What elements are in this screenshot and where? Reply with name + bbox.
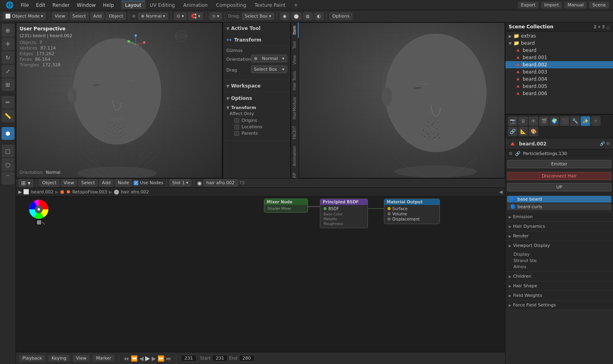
view-btn[interactable]: View [52,12,68,20]
field-weights-header[interactable]: ▶ Field Weights [505,291,613,300]
tab-animation[interactable]: Animation [179,1,212,9]
marker-btn[interactable]: Marker [93,355,114,362]
workspace-header[interactable]: ▼ Workspace [223,82,290,90]
prop-icon-particles[interactable]: ✨ [581,116,590,126]
active-tool-header[interactable]: ▼ Active Tool [223,24,290,33]
play-icon[interactable]: ▶ [145,354,150,362]
object-btn[interactable]: Object [106,12,126,20]
tab-add[interactable]: + [290,1,302,9]
prop-icon-output[interactable]: 🖥 [518,116,528,126]
drag-dropdown[interactable]: Select Box ▾ [251,66,287,73]
tool-cursor[interactable]: ⊕ [2,24,14,37]
add-btn[interactable]: Add [90,12,104,20]
vtab-faceit[interactable]: FACEIT [291,123,299,143]
tree-extras[interactable]: ▶ 📁 extras [505,32,613,40]
tool-transform[interactable]: ⊞ [2,78,14,91]
left-viewport[interactable]: Z X Y [16,22,223,178]
emitter-btn[interactable]: Emitter [507,160,611,168]
transform-sub-header[interactable]: ▼ Transform [226,104,287,111]
breadcrumb-toggle[interactable]: ▶ [18,189,22,195]
drag-btn[interactable]: Select Box ▾ [242,13,274,20]
app-icon[interactable]: 🌐 [2,0,17,10]
viewport-display-header[interactable]: ▶ Viewport Display [505,241,613,250]
solid-btn[interactable]: ⬤ [291,12,302,20]
menu-window[interactable]: Window [74,2,99,9]
tool-scale[interactable]: ⤢ [2,65,14,78]
node-principled[interactable]: Material Output Surface Volume Displacem… [384,199,440,224]
prev-frame-icon[interactable]: ⏪ [131,355,138,362]
prop-icon-constraints[interactable]: 🔗 [508,127,517,136]
tree-beard-4[interactable]: 🔺 beard.004 [505,76,613,83]
tree-beard[interactable]: ▼ 📁 beard [505,40,613,47]
use-nodes-toggle[interactable]: ✓ Use Nodes [134,180,164,185]
bc-retopoflow[interactable]: RetopoFlow.003 [72,189,107,195]
menu-edit[interactable]: Edit [33,2,48,9]
prop-icon-world[interactable]: 🌍 [549,116,559,126]
jump-start-icon[interactable]: ⏮ [124,355,129,362]
right-viewport[interactable] [299,22,505,178]
tab-compositing[interactable]: Compositing [212,1,250,9]
prop-icon-data[interactable]: 📐 [518,127,528,136]
tool-lasso[interactable]: ⌒ [2,172,14,185]
bc-end-toggle[interactable]: ◀ [499,189,503,195]
locations-checkbox-row[interactable]: Locations [230,124,287,129]
parents-checkbox[interactable] [234,131,239,136]
manual-btn[interactable]: Manual [564,2,587,8]
bottom-select-btn[interactable]: Select [78,179,98,187]
menu-render[interactable]: Render [49,2,73,9]
prop-icon-scene[interactable]: 🎬 [539,116,549,126]
vtab-animation[interactable]: Animation [291,143,299,169]
node-canvas[interactable]: Material Output Surface Volume Displacem… [16,197,505,352]
slot-selector[interactable]: Slot 1 ▾ [170,179,191,186]
playback-btn[interactable]: Playback [19,355,45,362]
tree-beard-1[interactable]: 🔺 beard.001 [505,54,613,61]
tool-annotate[interactable]: ✏ [2,96,14,109]
bottom-node-btn[interactable]: Node [115,179,132,187]
prop-icon-physics[interactable]: ⚡ [591,116,601,126]
tool-box[interactable]: □ [2,145,14,157]
orientation-dropdown[interactable]: ⊕ Normal ▾ [251,55,287,62]
use-nodes-checkbox[interactable]: ✓ [134,181,138,185]
end-frame-field[interactable]: 280 [239,355,255,362]
tab-uv-editing[interactable]: UV Editing [146,1,179,9]
children-header[interactable]: ▶ Children [505,272,613,281]
disconnect-hair-btn[interactable]: Disconnect Hair [507,172,611,180]
mode-selector[interactable]: ⬜ Object Mode ▾ [2,12,46,20]
tree-beard-5[interactable]: 🔺 beard.005 [505,83,613,90]
locations-checkbox[interactable] [234,125,239,129]
hair-dynamics-header[interactable]: ▶ Hair Dynamics [505,222,613,231]
matprev-btn[interactable]: ◍ [303,12,313,20]
import-btn[interactable]: Import [541,2,562,8]
prop-icon-material[interactable]: 🎨 [529,127,538,136]
snap-btn[interactable]: 🧲 ▾ [188,12,203,20]
force-field-header[interactable]: ▶ Force Field Settings [505,300,613,310]
menu-help[interactable]: Help [100,2,117,9]
hair-shape-header[interactable]: ▶ Hair Shape [505,281,613,290]
material-name-btn[interactable]: hair afro.002 [204,179,238,186]
tool-measure[interactable]: 📏 [2,109,14,122]
bc-beard[interactable]: beard.002 [31,189,53,195]
tool-circle[interactable]: ○ [2,158,14,171]
bottom-add-btn[interactable]: Add [99,179,113,187]
tool-move[interactable]: ✛ [2,38,14,50]
material-slot-base[interactable]: 🔵 base beard [507,196,611,203]
menu-file[interactable]: File [18,2,32,9]
timeline-view-btn[interactable]: View [73,355,90,362]
prev-keyframe-icon[interactable]: ◀ [139,355,144,362]
render-header[interactable]: ▶ Render [505,231,613,241]
next-keyframe-icon[interactable]: ▶ [152,355,156,362]
node-bsdf[interactable]: Principled BSDF BSDF Base Color Metallic… [320,199,368,228]
keying-btn[interactable]: Keying [48,355,70,362]
current-frame-field[interactable]: 231 [181,355,197,362]
pivot-btn[interactable]: ⊙ ▾ [174,12,187,20]
vtab-hair-tools[interactable]: Hair Tools [291,68,299,93]
vtab-hairmodule[interactable]: HairModule [291,93,299,123]
scene-btn[interactable]: Scene [589,2,609,8]
start-frame-field[interactable]: 231 [212,355,228,362]
orientation-btn[interactable]: ⊕ Normal ▾ [138,13,168,20]
bottom-view-btn[interactable]: View [61,179,77,187]
color-wheel-widget[interactable] [28,199,50,230]
vtab-view[interactable]: View [291,52,299,68]
next-frame-icon[interactable]: ⏩ [158,355,164,362]
tab-texture-paint[interactable]: Texture Paint [251,1,290,9]
